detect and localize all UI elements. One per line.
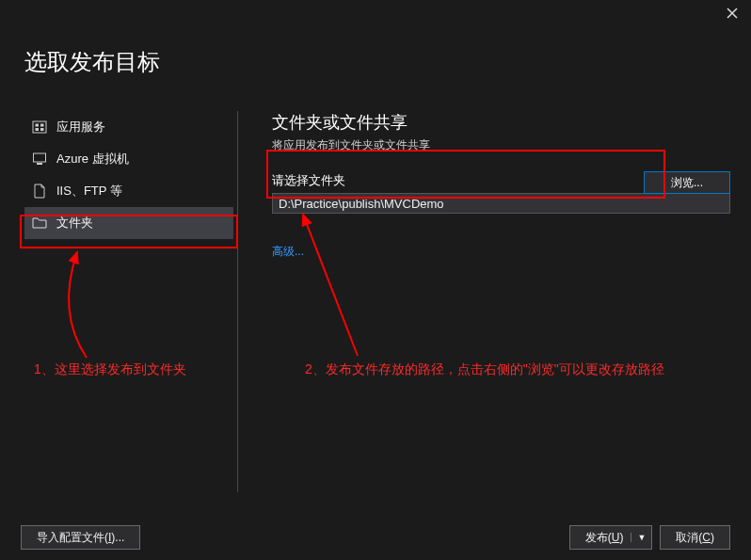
publish-button[interactable]: 发布(U) ▼ — [569, 525, 653, 550]
import-profile-button[interactable]: 导入配置文件(I)... — [21, 525, 140, 550]
close-button[interactable] — [723, 4, 742, 23]
vm-icon — [32, 152, 47, 167]
sidebar-item-label: Azure 虚拟机 — [56, 151, 129, 168]
sidebar-item-folder[interactable]: 文件夹 — [24, 207, 233, 239]
sidebar-item-label: 应用服务 — [56, 119, 105, 136]
svg-rect-1 — [36, 124, 40, 127]
folder-path-input[interactable]: D:\Practice\publish\MVCDemo — [272, 193, 730, 214]
svg-rect-5 — [34, 153, 46, 162]
svg-rect-4 — [40, 128, 44, 131]
sidebar-item-app-service[interactable]: 应用服务 — [24, 111, 233, 143]
content-pane: 文件夹或文件共享 将应用发布到文件夹或文件共享 请选择文件夹 D:\Practi… — [272, 94, 730, 492]
content-subheading: 将应用发布到文件夹或文件共享 — [272, 137, 730, 153]
advanced-link[interactable]: 高级... — [272, 244, 730, 260]
cancel-button[interactable]: 取消(C) — [660, 525, 730, 550]
sidebar-item-label: IIS、FTP 等 — [56, 183, 122, 200]
svg-rect-2 — [40, 124, 44, 127]
button-label: 取消(C) — [676, 530, 714, 546]
vertical-divider — [237, 111, 238, 492]
svg-rect-6 — [37, 163, 42, 165]
svg-rect-0 — [33, 121, 46, 133]
sidebar-item-azure-vm[interactable]: Azure 虚拟机 — [24, 143, 233, 175]
browse-button[interactable]: 浏览... — [644, 171, 730, 194]
sidebar-item-iis-ftp[interactable]: IIS、FTP 等 — [24, 175, 233, 207]
button-label: 导入配置文件(I)... — [37, 530, 124, 546]
content-heading: 文件夹或文件共享 — [272, 111, 730, 134]
svg-rect-3 — [36, 128, 40, 131]
sidebar: 应用服务 Azure 虚拟机 IIS、FTP 等 文件夹 — [24, 94, 233, 492]
bottom-bar: 导入配置文件(I)... 发布(U) ▼ 取消(C) — [0, 515, 751, 560]
chevron-down-icon[interactable]: ▼ — [631, 533, 646, 542]
button-label: 发布(U) — [585, 530, 624, 546]
app-service-icon — [32, 120, 47, 135]
sidebar-item-label: 文件夹 — [56, 215, 93, 232]
dialog-title: 选取发布目标 — [24, 47, 160, 77]
folder-icon — [32, 216, 47, 231]
document-icon — [32, 184, 47, 199]
